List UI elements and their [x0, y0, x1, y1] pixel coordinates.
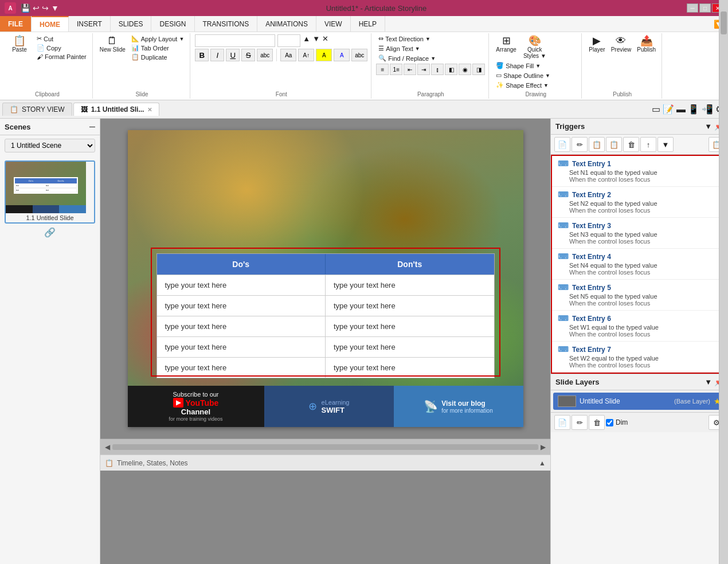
edit-trigger-button[interactable]: ✏ — [572, 137, 588, 152]
tab-order-button[interactable]: 📊Tab Order — [129, 44, 187, 52]
cut-button[interactable]: ✂Cut — [34, 34, 89, 43]
notes-view-icon[interactable]: 📝 — [663, 104, 674, 115]
delete-layer-button[interactable]: 🗑 — [589, 415, 605, 430]
edit-layer-button[interactable]: ✏ — [572, 415, 588, 430]
trigger-item-6[interactable]: ⌨ Text Entry 6 Set W1 equal to the typed… — [552, 311, 727, 342]
close-slide-tab-icon[interactable]: ✕ — [147, 107, 152, 113]
collapse-layers-icon[interactable]: ▼ — [704, 378, 712, 386]
tab-file[interactable]: FILE — [0, 16, 32, 32]
trigger-item-1[interactable]: ⌨ Text Entry 1 Set N1 equal to the typed… — [552, 156, 727, 187]
columns-button[interactable]: ⫿ — [431, 64, 444, 75]
copy-trigger-button[interactable]: 📋 — [589, 137, 605, 152]
add-layer-button[interactable]: 📄 — [554, 415, 570, 430]
title-bar: A 💾 ↩ ↪ ▼ Untitled1* - Articulate Storyl… — [0, 0, 728, 16]
tab-design[interactable]: DESIGN — [151, 16, 194, 32]
text-highlight-button[interactable]: A — [316, 49, 332, 61]
bullet-list-button[interactable]: ≡ — [376, 64, 389, 75]
maximize-btn[interactable]: □ — [699, 3, 711, 13]
align-text-button[interactable]: ☰Align Text▼ — [376, 44, 422, 53]
shape-effect-button[interactable]: ✨Shape Effect▼ — [494, 81, 551, 89]
slide-view-tab[interactable]: 🖼 1.1 Untitled Sli... ✕ — [73, 103, 160, 116]
trigger-item-4[interactable]: ⌨ Text Entry 4 Set N4 equal to the typed… — [552, 249, 727, 280]
move-down-trigger-button[interactable]: ▼ — [657, 137, 674, 152]
slide-thumb-1[interactable]: Do's Don'ts texttext texttext — [5, 160, 95, 224]
add-trigger-button[interactable]: 📄 — [554, 137, 570, 152]
arrange-button[interactable]: ⊞ Arrange — [494, 34, 519, 60]
italic-button[interactable]: I — [210, 49, 224, 61]
save-btn[interactable]: 💾 — [21, 3, 30, 13]
trigger-item-5[interactable]: ⌨ Text Entry 5 Set N5 equal to the typed… — [552, 280, 727, 311]
tab-view[interactable]: VIEW — [316, 16, 351, 32]
horizontal-scrollbar[interactable] — [112, 444, 538, 450]
customize-btn[interactable]: ▼ — [51, 3, 59, 13]
tab-animations[interactable]: ANIMATIONS — [257, 16, 316, 32]
collapse-triggers-icon[interactable]: ▼ — [704, 122, 712, 131]
notes-bar[interactable]: 📋 Timeline, States, Notes ▲ — [100, 455, 550, 471]
paste-trigger-button[interactable]: 📋 — [606, 137, 622, 152]
minimize-btn[interactable]: ─ — [687, 3, 698, 13]
layer-item-base[interactable]: Untitled Slide (Base Layer) ★ — [553, 393, 726, 410]
underline-button[interactable]: U — [226, 49, 240, 61]
story-view-tab[interactable]: 📋 STORY VIEW — [2, 103, 72, 116]
tablet-view-icon[interactable]: 📲 — [702, 104, 713, 115]
spelling-check-button[interactable]: abc — [351, 49, 367, 61]
quick-styles-button[interactable]: 🎨 QuickStyles ▼ — [521, 34, 549, 60]
tab-transitions[interactable]: TRANSITIONS — [195, 16, 258, 32]
dim-checkbox-label[interactable]: Dim — [606, 418, 628, 426]
copy-button[interactable]: 📄Copy — [34, 44, 89, 52]
strikethrough-button[interactable]: S — [241, 49, 255, 61]
slide-view-icon[interactable]: ▬ — [676, 104, 686, 115]
move-up-trigger-button[interactable]: ↑ — [640, 137, 656, 152]
slide-canvas[interactable]: Do's Don'ts type your text here type you… — [128, 130, 523, 427]
find-replace-button[interactable]: 🔍Find / Replace▼ — [376, 54, 438, 62]
preview-button[interactable]: 👁 Preview — [609, 34, 634, 54]
tab-home[interactable]: HOME — [32, 16, 69, 32]
decrease-indent-button[interactable]: ⇤ — [404, 64, 416, 75]
shape-outline-button[interactable]: ▭Shape Outline▼ — [494, 71, 553, 80]
scroll-right-icon[interactable]: ▶ — [541, 443, 546, 451]
slide-thumbs: Do's Don'ts texttext texttext — [0, 156, 100, 564]
undo-btn[interactable]: ↩ — [33, 3, 40, 13]
new-slide-button[interactable]: 🗒 New Slide — [97, 34, 128, 54]
minimize-scenes-icon[interactable]: ─ — [89, 122, 95, 131]
bold-button[interactable]: B — [195, 49, 209, 61]
font-name-input[interactable] — [195, 34, 275, 47]
font-size-up-icon[interactable]: ▲ — [303, 34, 310, 47]
numbered-list-button[interactable]: 1≡ — [390, 64, 402, 75]
tab-slides[interactable]: SLIDES — [111, 16, 152, 32]
triggers-scrollbar[interactable] — [719, 155, 728, 374]
delete-trigger-button[interactable]: 🗑 — [623, 137, 639, 152]
text-color-button[interactable]: A — [334, 49, 350, 61]
increase-indent-button[interactable]: ⇥ — [417, 64, 430, 75]
dim-checkbox[interactable] — [606, 419, 613, 426]
normal-view-icon[interactable]: ▭ — [652, 104, 660, 115]
text-direction-button[interactable]: ⇔Text Direction▼ — [376, 34, 433, 43]
scene-dropdown[interactable]: 1 Untitled Scene — [5, 139, 95, 152]
publish-button[interactable]: 📤 Publish — [635, 34, 658, 54]
align-left-button[interactable]: ◧ — [445, 64, 457, 75]
text-case-button[interactable]: Aa — [280, 49, 296, 61]
subscript-button[interactable]: abc — [257, 49, 273, 61]
clear-format-icon[interactable]: ✕ — [322, 34, 328, 47]
align-right-button[interactable]: ◨ — [472, 64, 485, 75]
tab-help[interactable]: HELP — [351, 16, 385, 32]
player-button[interactable]: ▶ Player — [586, 34, 607, 54]
font-size-input[interactable] — [277, 34, 300, 47]
trigger-item-7[interactable]: ⌨ Text Entry 7 Set W2 equal to the typed… — [552, 342, 727, 373]
tab-insert[interactable]: INSERT — [69, 16, 111, 32]
align-center-button[interactable]: ◉ — [459, 64, 471, 75]
scene-select[interactable]: 1 Untitled Scene — [5, 139, 95, 152]
apply-layout-button[interactable]: 📐Apply Layout▼ — [129, 34, 187, 43]
format-painter-button[interactable]: 🖌Format Painter — [34, 53, 89, 61]
paste-button[interactable]: 📋 Paste — [6, 34, 33, 54]
redo-btn[interactable]: ↪ — [42, 3, 49, 13]
font-size-down-icon[interactable]: ▼ — [312, 34, 320, 47]
scroll-left-icon[interactable]: ◀ — [105, 443, 110, 451]
mobile-view-icon[interactable]: 📱 — [688, 104, 699, 115]
trigger-item-2[interactable]: ⌨ Text Entry 2 Set N2 equal to the typed… — [552, 187, 727, 218]
trigger-item-3[interactable]: ⌨ Text Entry 3 Set N3 equal to the typed… — [552, 218, 727, 249]
duplicate-button[interactable]: 📋Duplicate — [129, 53, 187, 61]
expand-notes-icon[interactable]: ▲ — [539, 459, 546, 467]
text-size-button[interactable]: A↑ — [298, 49, 314, 61]
shape-fill-button[interactable]: 🪣Shape Fill▼ — [494, 61, 543, 70]
